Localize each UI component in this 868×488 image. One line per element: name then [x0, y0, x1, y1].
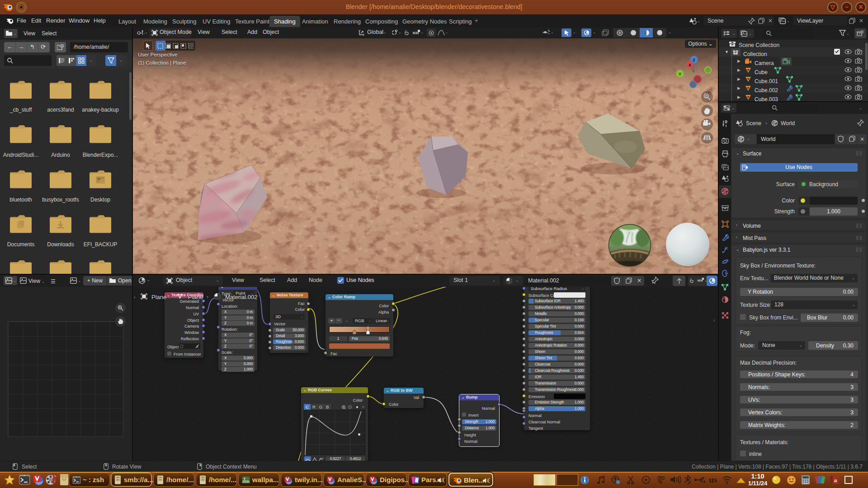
svg-text:X: X: [689, 63, 691, 67]
svg-text:a: a: [834, 477, 837, 483]
svg-text:Z: Z: [693, 58, 695, 62]
svg-text:Y: Y: [679, 72, 681, 76]
